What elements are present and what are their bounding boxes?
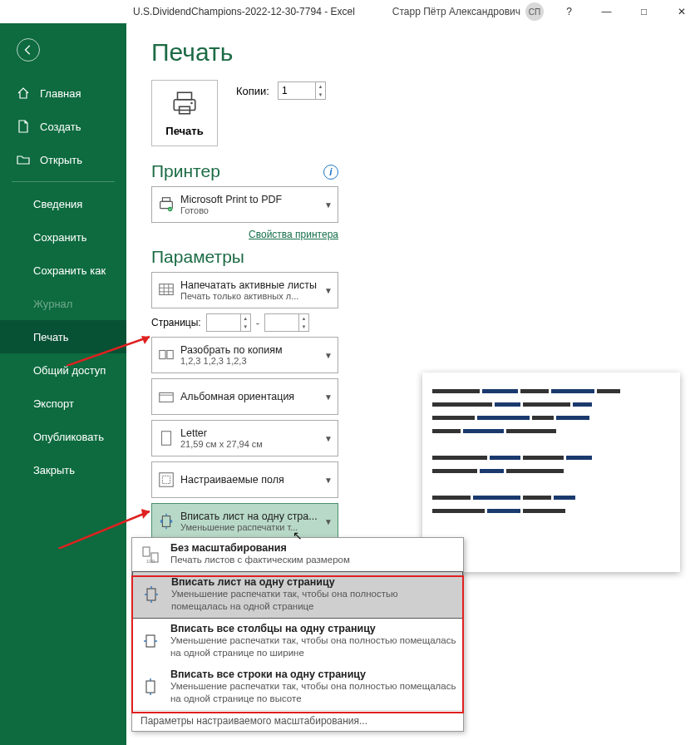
scaling-option-fit-rows[interactable]: Вписать все строки на одну страницуУмень… <box>132 664 463 710</box>
copies-spinner[interactable]: ▲▼ <box>278 81 326 100</box>
margins-icon <box>152 471 180 489</box>
nav-share[interactable]: Общий доступ <box>0 353 126 387</box>
nav-label: Сохранить как <box>33 264 106 277</box>
copies-label: Копии: <box>236 85 269 97</box>
fit-columns-icon <box>139 623 162 660</box>
nav-saveas[interactable]: Сохранить как <box>0 254 126 287</box>
chevron-down-icon: ▼ <box>324 200 338 210</box>
print-button[interactable]: Печать <box>151 80 218 146</box>
pages-from-input[interactable] <box>206 313 241 332</box>
fit-page-icon <box>140 576 163 614</box>
params-header: Параметры <box>151 247 688 267</box>
dd-line1: Напечатать активные листы <box>180 279 324 291</box>
opt-desc: Печать листов с фактическим размером <box>170 554 350 567</box>
collate-dropdown[interactable]: Разобрать по копиям1,2,3 1,2,3 1,2,3 ▼ <box>151 337 338 373</box>
paper-size-dropdown[interactable]: Letter21,59 см x 27,94 см ▼ <box>151 420 338 456</box>
dd-line1: Альбомная ориентация <box>180 391 324 402</box>
nav-history: Журнал <box>0 287 126 320</box>
svg-rect-5 <box>162 198 170 202</box>
chevron-down-icon: ▼ <box>324 392 338 402</box>
orientation-dropdown[interactable]: Альбомная ориентация ▼ <box>151 378 338 415</box>
collate-icon <box>152 346 180 364</box>
user-name: Старр Пётр Александрович <box>392 6 520 17</box>
pages-to-input[interactable] <box>264 313 299 332</box>
svg-rect-12 <box>160 473 174 487</box>
chevron-down-icon: ▼ <box>324 476 338 485</box>
printer-properties-link[interactable]: Свойства принтера <box>249 229 338 240</box>
nav-label: Журнал <box>33 298 72 310</box>
pages-to[interactable]: ▲▼ <box>264 313 309 332</box>
nav-label: Общий доступ <box>33 364 106 377</box>
scaling-option-fit-columns[interactable]: Вписать все столбцы на одну страницуУмен… <box>132 619 463 664</box>
svg-rect-9 <box>167 351 173 359</box>
no-scale-icon: 100 <box>139 542 162 567</box>
minimize-button[interactable]: — <box>588 0 625 23</box>
open-icon <box>17 153 30 166</box>
dd-line1: Настраиваемые поля <box>180 474 324 486</box>
svg-rect-7 <box>160 284 174 295</box>
custom-scaling-link[interactable]: Параметры настраиваемого масштабирования… <box>132 710 463 731</box>
opt-title: Вписать все строки на одну страницу <box>170 669 456 680</box>
printer-device-icon <box>152 195 180 214</box>
nav-export[interactable]: Экспорт <box>0 387 126 420</box>
svg-rect-8 <box>160 351 165 359</box>
svg-rect-19 <box>146 635 155 647</box>
opt-title: Вписать все столбцы на одну страницу <box>170 623 456 634</box>
dd-line1: Letter <box>180 427 324 439</box>
new-icon <box>17 120 30 133</box>
printer-dropdown[interactable]: Microsoft Print to PDFГотово ▼ <box>151 186 338 223</box>
nav-save[interactable]: Сохранить <box>0 220 126 254</box>
nav-close[interactable]: Закрыть <box>0 453 126 486</box>
pages-label: Страницы: <box>151 317 201 328</box>
print-button-label: Печать <box>165 125 203 137</box>
dd-line1: Разобрать по копиям <box>180 344 324 356</box>
nav-publish[interactable]: Опубликовать <box>0 420 126 453</box>
page-icon <box>152 429 180 447</box>
scaling-option-fit-sheet[interactable]: Вписать лист на одну страницуУменьшение … <box>132 571 463 619</box>
margins-dropdown[interactable]: Настраиваемые поля ▼ <box>151 461 338 498</box>
svg-rect-18 <box>147 589 155 600</box>
dd-line1: Вписать лист на одну стра... <box>180 511 324 522</box>
nav-home[interactable]: Главная <box>0 76 126 110</box>
sheets-icon <box>152 281 180 299</box>
nav-label: Главная <box>40 87 81 100</box>
svg-rect-20 <box>146 681 155 693</box>
opt-desc: Уменьшение распечатки так, чтобы она пол… <box>170 634 456 660</box>
info-icon[interactable]: i <box>323 165 338 180</box>
nav-open[interactable]: Открыть <box>0 143 126 176</box>
nav-label: Сохранить <box>33 231 87 244</box>
fit-page-icon <box>152 512 180 530</box>
print-what-dropdown[interactable]: Напечатать активные листыПечать только а… <box>151 272 338 308</box>
nav-label: Печать <box>33 331 69 343</box>
nav-label: Открыть <box>40 154 82 166</box>
home-icon <box>17 86 30 100</box>
close-button[interactable]: ✕ <box>663 0 700 23</box>
nav-info[interactable]: Сведения <box>0 187 126 220</box>
svg-rect-1 <box>174 100 195 111</box>
back-button[interactable] <box>17 38 40 62</box>
opt-desc: Уменьшение распечатки так, чтобы она пол… <box>170 680 456 706</box>
fit-rows-icon <box>139 669 162 706</box>
copies-input[interactable] <box>279 82 315 99</box>
help-button[interactable]: ? <box>550 0 588 23</box>
page-title: Печать <box>151 38 688 67</box>
document-title: U.S.DividendChampions-2022-12-30-7794 - … <box>133 6 355 17</box>
scaling-option-none[interactable]: 100 Без масштабированияПечать листов с ф… <box>132 538 463 571</box>
chevron-down-icon: ▼ <box>324 434 338 443</box>
dd-line2: Печать только активных л... <box>180 291 324 301</box>
nav-new[interactable]: Создать <box>0 110 126 143</box>
opt-title: Без масштабирования <box>170 542 350 554</box>
nav-label: Опубликовать <box>33 431 104 443</box>
scaling-popup: 100 Без масштабированияПечать листов с ф… <box>131 537 464 732</box>
nav-label: Сведения <box>33 198 82 210</box>
dd-line2: 21,59 см x 27,94 см <box>180 439 324 449</box>
maximize-button[interactable]: □ <box>625 0 663 23</box>
avatar[interactable]: СП <box>525 2 544 21</box>
title-bar: U.S.DividendChampions-2022-12-30-7794 - … <box>0 0 700 23</box>
chevron-down-icon: ▼ <box>324 351 338 360</box>
svg-text:100: 100 <box>146 559 155 564</box>
nav-print[interactable]: Печать <box>0 320 126 353</box>
spinner-arrows[interactable]: ▲▼ <box>315 82 325 99</box>
pages-from[interactable]: ▲▼ <box>206 313 251 332</box>
scaling-dropdown[interactable]: Вписать лист на одну стра...Уменьшение р… <box>151 503 338 540</box>
